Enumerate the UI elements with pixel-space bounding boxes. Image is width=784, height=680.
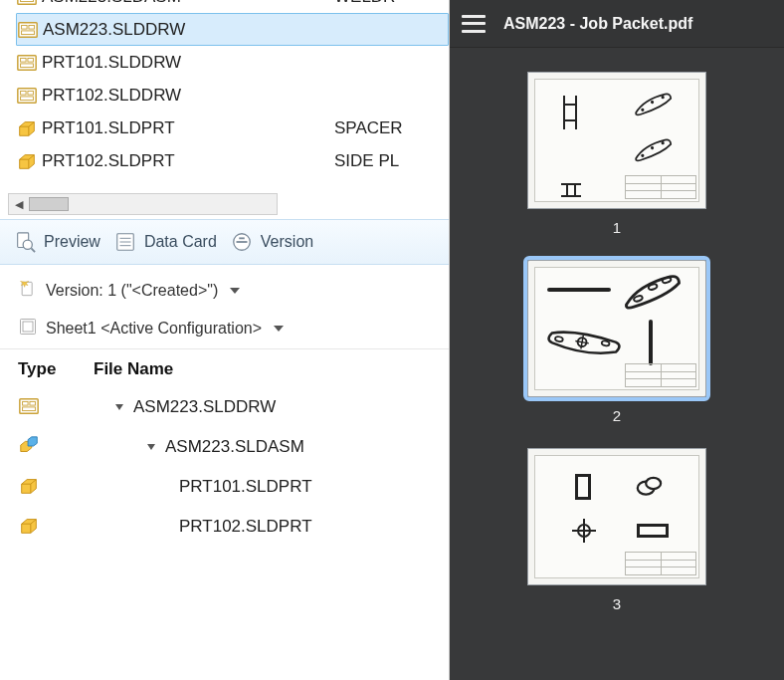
- shape-icon: [543, 321, 625, 363]
- svg-point-34: [651, 101, 655, 105]
- svg-point-37: [651, 146, 655, 150]
- shape-icon: [547, 288, 611, 292]
- titleblock-icon: [625, 175, 696, 199]
- svg-rect-12: [18, 88, 36, 103]
- reference-row[interactable]: PRT102.SLDPRT: [18, 507, 431, 547]
- drawing-icon: [16, 52, 38, 74]
- file-row[interactable]: PRT101.SLDDRW: [16, 46, 449, 79]
- file-desc: SPACER: [334, 118, 403, 138]
- reference-name: ASM223.SLDASM: [165, 437, 304, 457]
- config-selector[interactable]: Sheet1 <Active Configuration>: [18, 317, 431, 340]
- pdf-page-preview: [527, 260, 706, 397]
- pdm-vault-pane: ASM223.SLDASM WELDR ASM223.SLDDRW PRT101…: [0, 0, 450, 680]
- pdf-thumbnail-strip[interactable]: 1 2: [450, 48, 784, 680]
- pdf-thumbnail[interactable]: 1: [527, 72, 706, 236]
- scroll-left-icon[interactable]: ◀: [9, 194, 29, 214]
- pdf-page-number: 2: [613, 407, 621, 424]
- pdf-page-number: 3: [613, 595, 621, 612]
- file-row[interactable]: PRT101.SLDPRT SPACER: [16, 112, 449, 144]
- reference-row[interactable]: ASM223.SLDASM: [18, 427, 431, 467]
- shape-icon: [563, 96, 577, 129]
- shape-icon: [630, 135, 677, 164]
- page-magnifier-icon: [14, 231, 36, 253]
- tab-label: Preview: [44, 233, 100, 251]
- shape-icon: [630, 90, 677, 118]
- hamburger-icon[interactable]: [462, 15, 486, 33]
- header-filename[interactable]: File Name: [94, 359, 431, 379]
- svg-rect-29: [20, 398, 38, 413]
- file-name: PRT102.SLDDRW: [42, 86, 330, 106]
- pdf-thumbnail[interactable]: 3: [527, 448, 706, 612]
- version-selector[interactable]: Version: 1 ("<Created>"): [18, 279, 431, 303]
- titleblock-icon: [625, 363, 696, 387]
- svg-point-48: [646, 478, 661, 489]
- tab-label: Version: [261, 233, 313, 251]
- svg-point-36: [641, 153, 645, 157]
- file-name: ASM223.SLDDRW: [43, 20, 331, 40]
- version-icon: [231, 231, 253, 253]
- drawing-icon: [16, 0, 38, 8]
- details-tabs: Preview Data Card Version: [0, 219, 449, 265]
- file-desc: WELDR: [334, 0, 395, 7]
- version-text: Version: 1 ("<Created>"): [46, 282, 218, 300]
- pdf-title: ASM223 - Job Packet.pdf: [503, 15, 692, 33]
- shape-icon: [649, 320, 653, 365]
- reference-row[interactable]: PRT101.SLDPRT: [18, 467, 431, 507]
- file-list: ASM223.SLDASM WELDR ASM223.SLDDRW PRT101…: [0, 0, 449, 183]
- svg-point-33: [641, 108, 645, 112]
- pdf-header: ASM223 - Job Packet.pdf: [450, 0, 784, 48]
- svg-rect-4: [19, 22, 37, 37]
- data-card-icon: [114, 231, 136, 253]
- svg-line-18: [31, 248, 35, 252]
- tab-preview[interactable]: Preview: [14, 231, 100, 253]
- part-icon: [18, 515, 40, 540]
- chevron-down-icon: [274, 326, 284, 332]
- shape-icon: [575, 474, 591, 500]
- titleblock-icon: [625, 552, 696, 575]
- file-desc: SIDE PL: [334, 151, 399, 171]
- reference-name: ASM223.SLDDRW: [133, 397, 276, 417]
- version-config-area: Version: 1 ("<Created>") Sheet1 <Active …: [0, 265, 449, 348]
- version-star-icon: [18, 279, 38, 303]
- shape-icon: [617, 268, 687, 313]
- sheet-icon: [18, 317, 38, 340]
- pdf-page-preview: [527, 448, 706, 585]
- tab-label: Data Card: [144, 233, 217, 251]
- file-name: PRT102.SLDPRT: [42, 151, 330, 171]
- pdf-thumbnail[interactable]: 2: [527, 260, 706, 424]
- file-row[interactable]: PRT102.SLDDRW: [16, 79, 449, 112]
- drawing-icon: [16, 85, 38, 107]
- file-row[interactable]: PRT102.SLDPRT SIDE PL: [16, 144, 449, 177]
- drawing-icon: [18, 395, 40, 420]
- tab-datacard[interactable]: Data Card: [114, 231, 217, 253]
- file-row[interactable]: ASM223.SLDDRW: [16, 13, 449, 46]
- file-name: PRT101.SLDDRW: [42, 53, 330, 73]
- part-icon: [16, 117, 38, 139]
- file-row[interactable]: ASM223.SLDASM WELDR: [16, 0, 449, 13]
- scroll-thumb[interactable]: [29, 197, 69, 211]
- header-type[interactable]: Type: [18, 359, 94, 379]
- expand-caret-icon[interactable]: [147, 444, 155, 450]
- chevron-down-icon: [230, 288, 240, 294]
- config-text: Sheet1 <Active Configuration>: [46, 320, 262, 338]
- shape-icon: [575, 522, 593, 540]
- pdf-viewer-pane: ASM223 - Job Packet.pdf 1: [450, 0, 784, 680]
- reference-headers: Type File Name: [0, 348, 449, 387]
- horizontal-scrollbar[interactable]: ◀: [8, 193, 278, 215]
- shape-icon: [635, 476, 663, 496]
- file-name: PRT101.SLDPRT: [42, 118, 330, 138]
- assembly-icon: [18, 435, 40, 460]
- svg-rect-8: [18, 55, 36, 70]
- tab-version[interactable]: Version: [231, 231, 313, 253]
- reference-name: PRT101.SLDPRT: [179, 477, 312, 497]
- svg-point-46: [601, 340, 609, 346]
- reference-name: PRT102.SLDPRT: [179, 517, 312, 537]
- svg-point-17: [23, 240, 32, 249]
- reference-tree: ASM223.SLDDRW ASM223.SLDASM PRT101.SLDP: [0, 387, 449, 547]
- part-icon: [16, 150, 38, 172]
- file-name: ASM223.SLDASM: [42, 0, 330, 7]
- svg-point-45: [555, 337, 563, 342]
- drawing-icon: [17, 19, 39, 41]
- expand-caret-icon[interactable]: [115, 404, 123, 410]
- reference-row[interactable]: ASM223.SLDDRW: [18, 387, 431, 427]
